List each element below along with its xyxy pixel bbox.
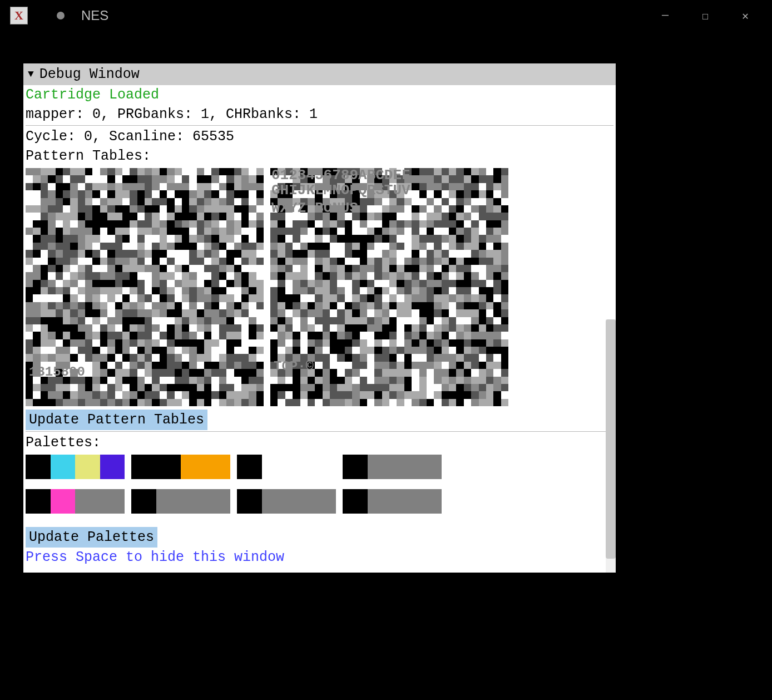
maximize-button[interactable]: ☐	[699, 9, 712, 23]
palette-swatch	[311, 455, 336, 479]
palette-1	[131, 489, 230, 514]
debug-window-title: Debug Window	[39, 65, 140, 84]
debug-window: ▼ Debug Window Cartridge Loaded mapper: …	[23, 63, 616, 573]
help-text: Press Space to hide this window	[26, 548, 613, 567]
ppu-state: Cycle: 0, Scanline: 65535	[26, 127, 613, 146]
palette-swatch	[392, 455, 417, 479]
window-controls: — ☐ ✕	[659, 9, 762, 23]
palette-swatch	[262, 489, 287, 514]
palette-3	[343, 455, 442, 479]
palette-2	[237, 455, 336, 479]
pattern-tables-label: Pattern Tables:	[26, 146, 613, 166]
update-palettes-button[interactable]: Update Palettes	[26, 527, 157, 548]
palettes-row-0	[26, 455, 613, 479]
palette-swatch	[206, 489, 231, 514]
palette-swatch	[368, 489, 393, 514]
separator	[26, 125, 613, 126]
palette-swatch	[181, 489, 206, 514]
cursor-icon: ➤	[531, 573, 537, 587]
app-body: ▼ Debug Window Cartridge Loaded mapper: …	[0, 31, 772, 573]
palette-swatch	[131, 455, 156, 479]
unsaved-dot-icon	[57, 12, 65, 19]
pattern-bonus-text: WXYZ BONUS	[271, 198, 358, 218]
window-title: NES	[81, 8, 659, 23]
palette-swatch	[206, 455, 231, 479]
collapse-triangle-icon[interactable]: ▼	[28, 67, 34, 81]
pattern-top-text: TOP·©	[274, 357, 314, 376]
palettes-row-1	[26, 489, 613, 514]
palettes-label: Palettes:	[26, 433, 613, 452]
update-pattern-tables-button[interactable]: Update Pattern Tables	[26, 410, 207, 430]
minimize-button[interactable]: —	[659, 9, 672, 23]
palette-swatch	[417, 489, 442, 514]
palette-swatch	[51, 489, 76, 514]
palette-swatch	[237, 455, 262, 479]
palette-swatch	[286, 489, 311, 514]
pattern-tables-row: 1315800 0123456789ABCDEF GHIJKLMNOPQRSTU…	[26, 168, 613, 406]
palette-swatch	[311, 489, 336, 514]
palette-swatch	[417, 455, 442, 479]
palette-swatch	[286, 455, 311, 479]
palette-swatch	[156, 489, 181, 514]
palette-swatch	[131, 489, 156, 514]
palette-0	[26, 455, 125, 479]
palette-swatch	[343, 455, 368, 479]
palette-1	[131, 455, 230, 479]
palette-2	[237, 489, 336, 514]
palette-swatch	[392, 489, 417, 514]
palette-swatch	[26, 489, 51, 514]
palette-3	[343, 489, 442, 514]
pattern-charset-text: 0123456789ABCDEF GHIJKLMNOPQRSTUV	[270, 168, 508, 198]
palette-0	[26, 489, 125, 514]
debug-window-header[interactable]: ▼ Debug Window	[23, 63, 616, 85]
cartridge-info: mapper: 0, PRGbanks: 1, CHRbanks: 1	[26, 105, 613, 124]
cartridge-status: Cartridge Loaded	[26, 85, 613, 105]
separator	[26, 431, 613, 432]
palette-swatch	[26, 455, 51, 479]
pattern-score-text: 1315800	[29, 363, 85, 382]
palette-swatch	[368, 455, 393, 479]
palette-swatch	[181, 455, 206, 479]
scrollbar-thumb[interactable]	[606, 319, 616, 559]
app-icon: X	[10, 7, 28, 24]
pattern-table-0: 1315800	[26, 168, 264, 406]
palette-swatch	[156, 455, 181, 479]
palette-swatch	[262, 455, 287, 479]
palette-swatch	[75, 455, 100, 479]
scrollbar[interactable]	[606, 319, 616, 573]
palette-swatch	[75, 489, 100, 514]
close-button[interactable]: ✕	[739, 9, 752, 23]
palette-swatch	[51, 455, 76, 479]
titlebar: X NES — ☐ ✕	[0, 0, 772, 31]
palette-swatch	[100, 489, 125, 514]
palette-swatch	[100, 455, 125, 479]
pattern-table-1: 0123456789ABCDEF GHIJKLMNOPQRSTUV WXYZ B…	[270, 168, 508, 406]
palette-swatch	[343, 489, 368, 514]
palette-swatch	[237, 489, 262, 514]
